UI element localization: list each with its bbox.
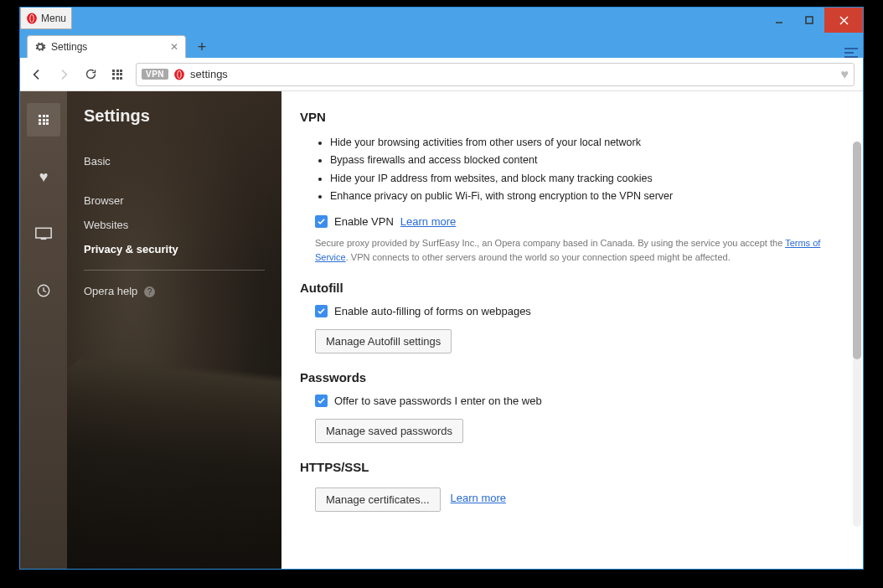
passwords-heading: Passwords [300,370,838,384]
check-icon [317,307,326,316]
opera-logo-icon [26,13,38,24]
manage-certificates-button[interactable]: Manage certificates... [315,487,441,512]
heart-icon: ♥ [39,168,49,186]
minimize-icon [775,16,783,24]
check-icon [317,217,326,226]
address-input[interactable] [190,68,835,80]
svg-rect-14 [41,238,47,240]
scrollbar-thumb[interactable] [853,142,861,359]
speed-dial-icon [112,70,122,80]
svg-rect-9 [844,56,858,58]
rail-history[interactable] [27,274,60,307]
forward-icon [57,68,70,81]
rail-personal-news[interactable] [27,217,60,250]
grid-icon [39,115,49,125]
vpn-badge[interactable]: VPN [142,69,168,80]
vpn-fineprint: Secure proxy provided by SurfEasy Inc., … [315,236,838,264]
tab-strip: Settings ✕ + [20,33,863,58]
tab-settings[interactable]: Settings ✕ [27,35,186,58]
browser-window: Menu Settings ✕ + VPN ♥ [19,7,864,570]
vpn-fineprint-b: . VPN connects to other servers around t… [346,252,731,262]
nav-item-help[interactable]: Opera help ? [84,279,265,303]
new-tab-button[interactable]: + [191,36,213,58]
reload-icon [85,68,97,80]
bookmark-heart-icon[interactable]: ♥ [841,67,849,82]
autofill-heading: Autofill [300,281,838,295]
tab-label: Settings [51,41,87,53]
vpn-bullet: Hide your IP address from websites, and … [330,170,838,188]
vpn-heading: VPN [300,110,838,124]
easy-setup-button[interactable] [839,48,863,58]
svg-rect-8 [844,52,854,54]
rail-bookmarks[interactable]: ♥ [27,160,60,193]
enable-autofill-label: Enable auto-filling of forms on webpages [334,305,531,317]
manage-passwords-button[interactable]: Manage saved passwords [315,419,463,443]
maximize-icon [805,16,813,24]
svg-point-2 [30,14,34,21]
back-button[interactable] [28,66,45,83]
vpn-fineprint-a: Secure proxy provided by SurfEasy Inc., … [315,238,785,248]
vpn-bullet: Hide your browsing activities from other… [330,134,838,152]
nav-item-websites[interactable]: Websites [84,213,265,237]
nav-item-privacy-security[interactable]: Privacy & security [84,237,265,261]
minimize-button[interactable] [764,8,794,33]
titlebar: Menu [20,8,863,33]
rail-speed-dial[interactable] [27,103,60,137]
forward-button[interactable] [55,66,72,83]
content-area: ♥ Settings Basic Browser Websites Privac… [20,91,863,569]
back-icon [30,68,44,81]
icon-rail: ♥ [20,91,67,569]
svg-rect-7 [844,48,858,49]
vpn-bullet: Enhance privacy on public Wi-Fi, with st… [330,188,838,205]
settings-main-pane: VPN Hide your browsing activities from o… [281,91,863,569]
check-icon [317,396,326,405]
speed-dial-button[interactable] [109,66,126,83]
save-passwords-label: Offer to save passwords I enter on the w… [334,395,542,407]
help-icon: ? [144,286,155,297]
opera-logo-icon [173,69,185,80]
news-icon [35,227,52,240]
easy-setup-icon [844,48,858,58]
settings-title: Settings [84,106,265,126]
enable-vpn-label: Enable VPN [334,215,394,228]
close-icon [839,16,849,25]
enable-autofill-checkbox[interactable] [315,305,328,317]
tab-close-button[interactable]: ✕ [170,41,178,53]
vpn-feature-list: Hide your browsing activities from other… [300,134,838,205]
navigation-toolbar: VPN ♥ [20,58,863,91]
manage-autofill-button[interactable]: Manage Autofill settings [315,329,452,353]
clock-icon [36,283,51,298]
app-menu-label: Menu [41,13,66,24]
nav-item-browser[interactable]: Browser [84,188,265,213]
https-heading: HTTPS/SSL [300,460,838,474]
enable-vpn-checkbox[interactable] [315,215,328,228]
svg-point-12 [178,70,181,77]
settings-nav-panel: Settings Basic Browser Websites Privacy … [67,91,281,569]
nav-separator [84,270,265,271]
svg-rect-4 [806,17,813,23]
save-passwords-checkbox[interactable] [315,395,328,407]
close-window-button[interactable] [824,8,863,33]
maximize-button[interactable] [794,8,824,33]
nav-item-basic[interactable]: Basic [84,149,265,173]
window-controls [764,8,863,33]
svg-rect-13 [36,228,51,238]
vpn-bullet: Bypass firewalls and access blocked cont… [330,152,838,169]
reload-button[interactable] [82,66,99,83]
https-learn-more-link[interactable]: Learn more [451,492,506,504]
vpn-learn-more-link[interactable]: Learn more [400,215,456,228]
nav-help-label: Opera help [84,285,137,297]
address-bar[interactable]: VPN ♥ [136,63,855,86]
app-menu-button[interactable]: Menu [20,8,72,29]
gear-icon [34,41,46,53]
